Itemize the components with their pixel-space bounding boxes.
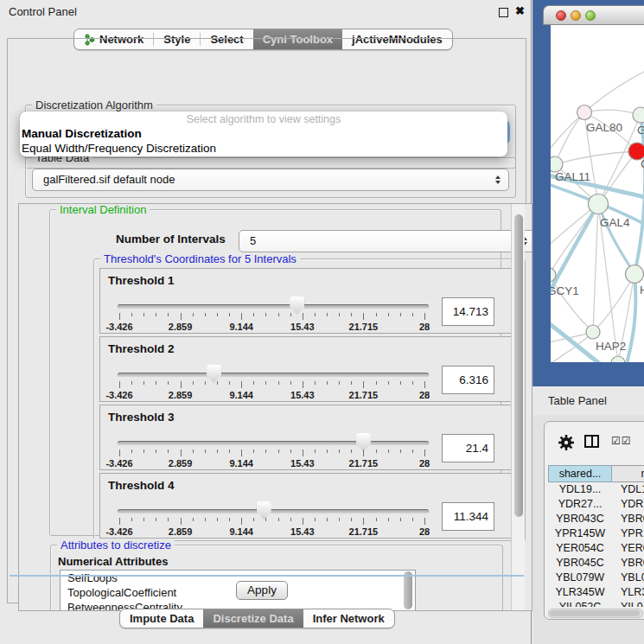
tick-label: 2.859 xyxy=(169,526,193,537)
minimize-traffic-light-icon[interactable] xyxy=(571,10,581,21)
table-cell: YPR1 xyxy=(612,526,644,541)
split-columns-icon[interactable] xyxy=(584,435,599,448)
threshold-slider-handle[interactable] xyxy=(290,296,304,315)
tick-label: 21.715 xyxy=(349,526,379,537)
network-edge[interactable] xyxy=(593,204,598,332)
tick-label: 9.144 xyxy=(229,526,253,537)
threshold-label: Threshold 3 xyxy=(108,411,175,424)
GAL4-node[interactable] xyxy=(589,194,609,214)
float-panel-icon[interactable] xyxy=(499,8,508,17)
tick-label: 2.859 xyxy=(169,390,193,400)
table-cell: YBL0 xyxy=(612,571,644,585)
interval-definition-group: Interval Definition Number of Intervals … xyxy=(49,209,501,536)
slider-ticks xyxy=(119,450,424,457)
table-row[interactable]: YBR045CYBR0 xyxy=(548,556,644,571)
threshold-panel: Threshold 1 -3.4262.8599.14415.4321.7152… xyxy=(99,268,521,334)
table-row[interactable]: YIL052CYIL0 xyxy=(548,600,644,607)
table-row[interactable]: YPR145WYPR1 xyxy=(548,526,644,541)
network-canvas[interactable]: GAL80GACGAL11GAL4GCY1HHAP2 xyxy=(551,25,644,362)
gear-icon[interactable] xyxy=(557,433,576,452)
table-row[interactable]: YBL079WYBL0 xyxy=(548,571,644,585)
horizontal-scrollbar-thumb[interactable] xyxy=(550,610,640,616)
table-cell: YBR0 xyxy=(612,512,644,526)
threshold-value-field[interactable]: 21.4 xyxy=(442,434,494,462)
threshold-slider-track[interactable] xyxy=(118,509,429,513)
table-cell: YDL1 xyxy=(612,482,644,497)
select-columns-icon[interactable]: ☑☑ xyxy=(611,435,632,447)
column-header-na[interactable]: na xyxy=(612,465,644,482)
node-label: HAP2 xyxy=(596,340,626,353)
table-cell: YIL052C xyxy=(548,600,612,607)
group-label: Discretization Algorithm xyxy=(32,99,156,112)
algorithm-dropdown-popup: Select algorithm to view settings Manual… xyxy=(20,112,507,156)
table-cell: YER0 xyxy=(612,541,644,556)
threshold-value-field[interactable]: 6.316 xyxy=(442,366,494,394)
column-header-shared-[interactable]: shared... xyxy=(548,465,612,482)
slider-ticks xyxy=(119,518,424,526)
tick-label: 28 xyxy=(419,322,430,332)
H-node[interactable] xyxy=(626,265,644,284)
table-cell: YPR145W xyxy=(548,526,612,541)
table-cell: YIL0 xyxy=(612,600,644,607)
threshold-label: Threshold 4 xyxy=(108,479,175,492)
close-traffic-light-icon[interactable] xyxy=(556,10,566,21)
number-of-intervals-label: Number of Intervals xyxy=(116,233,226,245)
tick-label: 28 xyxy=(419,390,430,400)
dropdown-option-manual-discretization[interactable]: Manual Discretization xyxy=(20,126,507,141)
node-label: GAL80 xyxy=(586,121,622,134)
threshold-slider-track[interactable] xyxy=(118,441,429,445)
tick-label: 15.43 xyxy=(290,390,315,400)
threshold-slider-track[interactable] xyxy=(118,373,429,377)
slider-tick-labels: -3.4262.8599.14415.4321.71528 xyxy=(119,526,424,537)
apply-button[interactable]: Apply xyxy=(236,581,288,600)
vertical-scrollbar-thumb[interactable] xyxy=(514,214,523,517)
close-icon[interactable]: ✖ xyxy=(515,4,525,17)
tab-impute-data[interactable]: Impute Data xyxy=(120,609,203,628)
node-label: GCY1 xyxy=(551,284,579,297)
threshold-slider-handle[interactable] xyxy=(356,433,371,451)
HAP2-node[interactable] xyxy=(586,325,600,339)
tick-label: 2.859 xyxy=(169,322,193,332)
table-row[interactable]: YLR345WYLR3 xyxy=(548,585,644,600)
threshold-label: Threshold 1 xyxy=(108,274,175,287)
threshold-slider-handle[interactable] xyxy=(207,365,221,383)
network-edge-highlighted[interactable] xyxy=(598,204,634,274)
numerical-attributes-label: Numerical Attributes xyxy=(58,555,168,568)
vertical-scrollbar[interactable] xyxy=(511,204,525,610)
table-row[interactable]: YBR043CYBR0 xyxy=(548,512,644,526)
separator xyxy=(10,575,524,577)
zoom-traffic-light-icon[interactable] xyxy=(585,10,596,21)
dropdown-placeholder: Select algorithm to view settings xyxy=(20,112,507,126)
table-row[interactable]: YDR27...YDR2 xyxy=(548,497,644,512)
threshold-slider-track[interactable] xyxy=(118,304,429,309)
list-scrollbar-thumb[interactable] xyxy=(404,571,412,609)
tick-label: 21.715 xyxy=(349,458,379,469)
threshold-value-field[interactable]: 14.713 xyxy=(442,297,494,326)
network-edge[interactable] xyxy=(555,112,584,164)
threshold-slider-handle[interactable] xyxy=(257,501,271,520)
tick-label: 21.715 xyxy=(349,390,379,400)
tab-discretize-data[interactable]: Discretize Data xyxy=(203,609,303,628)
threshold-value-field[interactable]: 11.344 xyxy=(442,502,494,531)
network-edge[interactable] xyxy=(551,275,593,332)
control-panel-titlebar: Control Panel ✖ xyxy=(0,0,531,23)
table-row[interactable]: YER054CYER0 xyxy=(548,541,644,556)
tick-label: 21.715 xyxy=(349,322,379,332)
table-row[interactable]: YDL19...YDL1 xyxy=(548,482,644,497)
GAL80-node[interactable] xyxy=(577,105,592,120)
network-window-titlebar[interactable] xyxy=(543,5,644,25)
network-edge-highlighted[interactable] xyxy=(627,274,635,362)
table-data-select[interactable]: galFiltered.sif default node xyxy=(32,169,509,191)
network-edge[interactable] xyxy=(555,151,637,164)
table-panel: Table Panel ☑☑ shared...na YDL19...YDL1Y… xyxy=(532,386,644,644)
number-of-intervals-spinner[interactable]: 5 xyxy=(239,230,532,252)
network-edge[interactable] xyxy=(593,274,634,332)
horizontal-scrollbar[interactable] xyxy=(548,609,643,618)
node-label: H xyxy=(640,284,644,296)
dropdown-option-equal-width-frequency[interactable]: Equal Width/Frequency Discretization xyxy=(20,141,507,156)
network-edge[interactable] xyxy=(584,110,641,115)
tab-infer-network[interactable]: Infer Network xyxy=(303,609,394,628)
partial-node[interactable] xyxy=(611,356,625,362)
settings-scrollpane: Interval Definition Number of Intervals … xyxy=(18,203,532,611)
node[interactable] xyxy=(633,107,644,123)
